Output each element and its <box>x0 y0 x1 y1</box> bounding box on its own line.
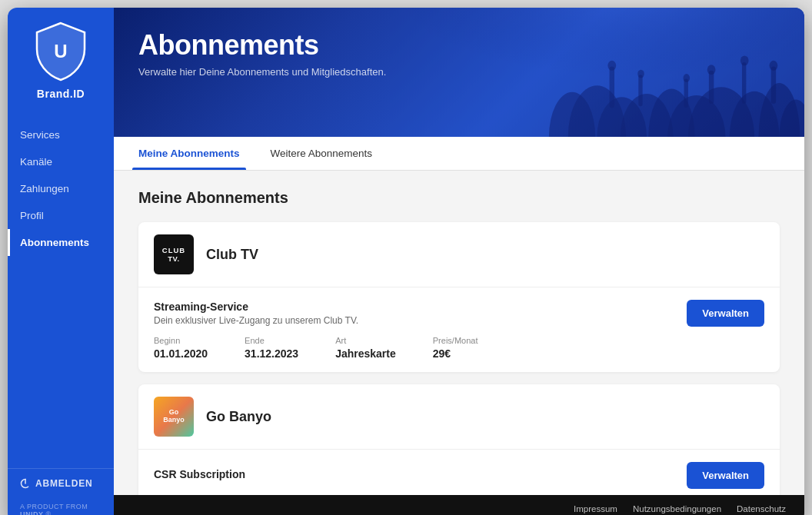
manage-button-club-tv[interactable]: Verwalten <box>687 300 764 327</box>
sidebar: U Brand.ID Services Kanäle Zahlungen Pro… <box>8 8 114 515</box>
go-banyo-logo: GoBanyo <box>154 397 194 437</box>
sidebar-footer: ABMELDEN <box>8 468 114 498</box>
club-tv-name: Club TV <box>206 247 258 263</box>
detail-preis-label: Preis/Monat <box>433 336 478 345</box>
sidebar-item-services[interactable]: Services <box>8 121 114 148</box>
service-type-name-go-banyo: CSR Subscription <box>154 468 687 480</box>
service-type-name-club-tv: Streaming-Service <box>154 301 687 313</box>
footer-bar: Impressum Nutzungsbedingungen Datenschut… <box>114 495 804 515</box>
service-type-info-club-tv: Streaming-Service Dein exklusiver Live-Z… <box>154 301 687 326</box>
go-banyo-name: Go Banyo <box>206 409 271 425</box>
detail-beginn-value: 01.01.2020 <box>154 347 208 360</box>
app-wrapper: U Brand.ID Services Kanäle Zahlungen Pro… <box>8 8 804 515</box>
manage-button-go-banyo[interactable]: Verwalten <box>687 462 764 489</box>
sidebar-item-zahlungen[interactable]: Zahlungen <box>8 175 114 202</box>
detail-beginn-label: Beginn <box>154 336 208 345</box>
detail-art: Art Jahreskarte <box>335 336 396 360</box>
detail-beginn: Beginn 01.01.2020 <box>154 336 208 360</box>
content-area: Meine Abonnements CLUB TV. Club TV Strea… <box>114 171 804 495</box>
service-type-desc-club-tv: Dein exklusiver Live-Zugang zu unserem C… <box>154 315 687 326</box>
logo-area: U Brand.ID <box>34 22 88 100</box>
brand-label: Brand.ID <box>37 88 85 100</box>
power-icon <box>20 478 31 489</box>
detail-ende-label: Ende <box>245 336 298 345</box>
detail-ende-value: 31.12.2023 <box>245 347 298 360</box>
product-label: A PRODUCT FROM UNIDY ® <box>8 498 114 515</box>
brand-logo: U <box>34 22 88 81</box>
card-body-club-tv: Streaming-Service Dein exklusiver Live-Z… <box>138 287 780 372</box>
sidebar-item-profil[interactable]: Profil <box>8 202 114 229</box>
footer-link-datenschutz[interactable]: Datenschutz <box>737 504 786 513</box>
hero-title: Abonnements <box>138 29 780 61</box>
main-content: Abonnements Verwalte hier Deine Abonneme… <box>114 8 804 515</box>
footer-link-nutzungsbedingungen[interactable]: Nutzungsbedingungen <box>633 504 721 513</box>
logout-label: ABMELDEN <box>35 478 92 489</box>
hero-header: Abonnements Verwalte hier Deine Abonneme… <box>114 8 804 137</box>
sidebar-item-abonnements[interactable]: Abonnements <box>8 229 114 256</box>
detail-preis-value: 29€ <box>433 347 478 360</box>
go-banyo-logo-text: GoBanyo <box>163 409 185 424</box>
service-type-row-club-tv: Streaming-Service Dein exklusiver Live-Z… <box>154 300 764 327</box>
club-tv-logo: CLUB TV. <box>154 234 194 274</box>
tab-weitere-abonnements[interactable]: Weitere Abonnements <box>265 137 379 170</box>
subscription-card-club-tv: CLUB TV. Club TV Streaming-Service Dein … <box>138 222 780 372</box>
sidebar-nav: Services Kanäle Zahlungen Profil Abonnem… <box>8 121 114 295</box>
footer-link-impressum[interactable]: Impressum <box>574 504 617 513</box>
card-header-go-banyo: GoBanyo Go Banyo <box>138 384 780 450</box>
hero-text: Abonnements Verwalte hier Deine Abonneme… <box>114 8 804 99</box>
card-body-go-banyo: CSR Subscription Verwalten <box>138 450 780 495</box>
tabs-bar: Meine Abonnements Weitere Abonnements <box>114 137 804 171</box>
hero-subtitle: Verwalte hier Deine Abonnements und Mitg… <box>138 66 780 78</box>
sidebar-item-kanaele[interactable]: Kanäle <box>8 148 114 175</box>
card-header-club-tv: CLUB TV. Club TV <box>138 222 780 287</box>
detail-preis: Preis/Monat 29€ <box>433 336 478 360</box>
club-tv-logo-line1: CLUB <box>162 246 185 254</box>
svg-text:U: U <box>54 41 67 61</box>
detail-art-label: Art <box>335 336 396 345</box>
service-type-row-go-banyo: CSR Subscription Verwalten <box>154 462 764 489</box>
detail-art-value: Jahreskarte <box>335 347 396 360</box>
club-tv-logo-line2: TV. <box>168 254 179 263</box>
logout-button[interactable]: ABMELDEN <box>20 478 92 489</box>
subscription-details-club-tv: Beginn 01.01.2020 Ende 31.12.2023 Art Ja… <box>154 336 764 360</box>
subscription-card-go-banyo: GoBanyo Go Banyo CSR Subscription Verwal… <box>138 384 780 495</box>
tab-meine-abonnements[interactable]: Meine Abonnements <box>132 137 246 170</box>
detail-ende: Ende 31.12.2023 <box>245 336 298 360</box>
section-title: Meine Abonnements <box>138 189 780 207</box>
service-type-info-go-banyo: CSR Subscription <box>154 468 687 483</box>
